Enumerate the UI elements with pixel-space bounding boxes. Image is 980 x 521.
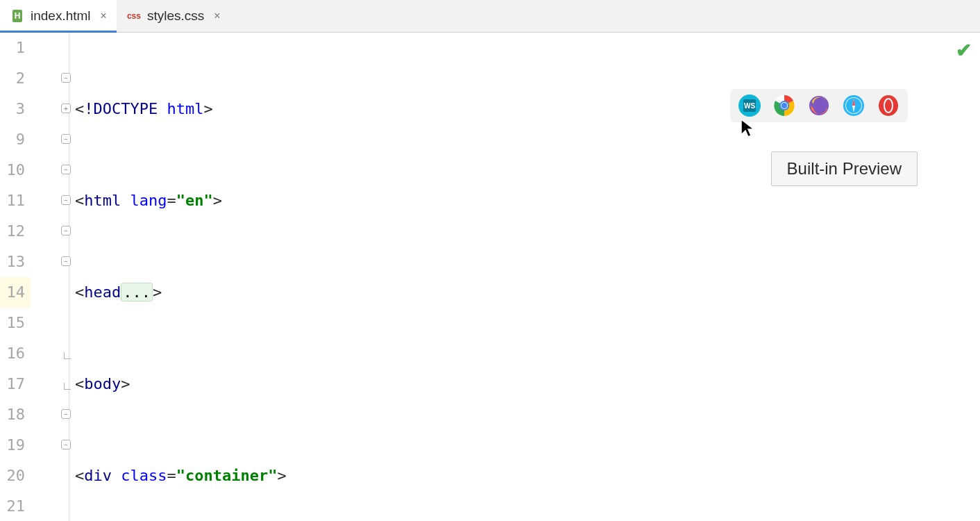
browser-preview-bar: WS — [730, 89, 908, 122]
inspection-ok-icon[interactable]: ✔ — [956, 39, 972, 62]
tooltip-text: Built-in Preview — [787, 159, 902, 178]
tab-label: index.html — [31, 8, 91, 24]
tooltip: Built-in Preview — [771, 151, 918, 186]
code-line: <html lang="en"> — [75, 185, 980, 216]
tab-label: styles.css — [147, 8, 204, 24]
tab-index-html[interactable]: H index.html × — [0, 0, 117, 32]
code-line: <div class="container"> — [75, 461, 980, 491]
firefox-icon[interactable] — [808, 94, 830, 117]
svg-text:WS: WS — [744, 102, 755, 110]
tabs-bar: H index.html × css styles.css × — [0, 0, 980, 33]
chrome-icon[interactable] — [773, 94, 795, 117]
close-icon[interactable]: × — [96, 10, 107, 22]
svg-point-14 — [885, 99, 892, 112]
svg-point-6 — [809, 96, 829, 115]
safari-icon[interactable] — [843, 94, 865, 117]
svg-point-5 — [782, 103, 787, 108]
opera-icon[interactable] — [877, 94, 899, 117]
html-file-icon: H — [10, 8, 25, 24]
code-line: <body> — [75, 369, 980, 399]
webstorm-preview-icon[interactable]: WS — [738, 94, 761, 117]
code-line: <head...> — [75, 277, 980, 308]
line-number-gutter: 1 2 3 9 10 11 12 13 14 15 16 17 18 19 20… — [0, 33, 31, 521]
fold-column: − + − − − − − − − — [31, 33, 69, 521]
close-icon[interactable]: × — [210, 10, 220, 22]
css-file-icon: css — [126, 8, 142, 24]
tab-styles-css[interactable]: css styles.css × — [117, 0, 230, 32]
